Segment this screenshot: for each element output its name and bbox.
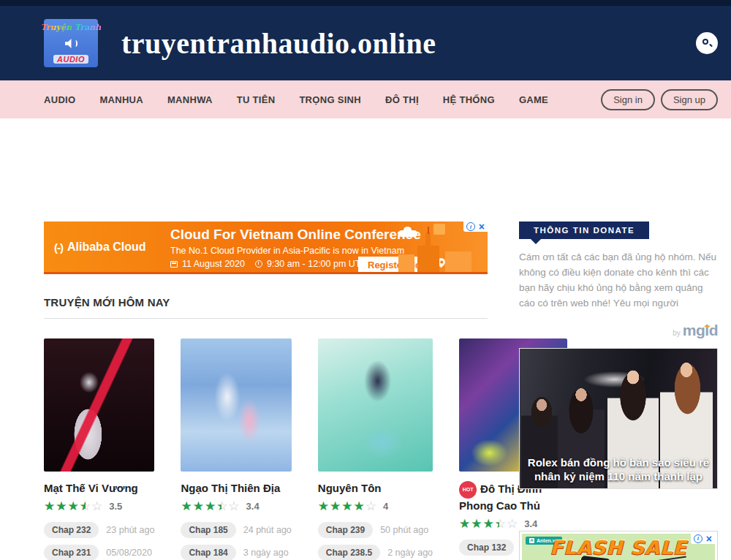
- nav-item-o-thi[interactable]: ĐÔ THỊ: [385, 94, 419, 105]
- ad-choices: i ×: [463, 222, 488, 232]
- sidebar-ad-image[interactable]: Rolex bán đồng hồ bản sao siêu rẻ nhân k…: [519, 348, 718, 489]
- chapter-button[interactable]: Chap 238.5: [318, 545, 380, 560]
- nav-item-audio[interactable]: AUDIO: [44, 94, 75, 105]
- info-icon[interactable]: i: [694, 534, 702, 543]
- site-title[interactable]: truyentranhaudio.online: [121, 26, 436, 61]
- nav-item-manhua[interactable]: MANHUA: [99, 94, 143, 105]
- logo-title: Truyện Tranh: [41, 23, 102, 32]
- clock-icon: [255, 260, 262, 268]
- donate-ribbon: THÔNG TIN DONATE: [519, 222, 649, 239]
- comic-cover[interactable]: [181, 338, 291, 472]
- cloud-icon: [398, 230, 417, 237]
- calendar-icon: [170, 261, 178, 268]
- cards-grid: Mạt Thế Vi Vương ☆☆☆☆☆★★★★★ 3.5 Chap 232…: [44, 338, 488, 560]
- mgid-by-label: by: [673, 329, 681, 337]
- star-rating: ☆☆☆☆☆★★★★★: [181, 500, 240, 512]
- close-icon[interactable]: ×: [479, 222, 485, 231]
- auth-buttons: Sign in Sign up: [601, 89, 718, 110]
- chapter-list: Chap 185 24 phút ago Chap 184 3 ngày ago: [181, 515, 291, 560]
- logo-audio-label: AUDIO: [53, 55, 88, 64]
- mgid-logo: mgid: [683, 322, 718, 338]
- chapter-row: Chap 231 05/08/2020: [44, 545, 154, 560]
- hot-badge: HOT: [459, 481, 477, 499]
- site-header: Truyện Tranh AUDIO truyentranhaudio.onli…: [0, 6, 731, 80]
- chapter-button[interactable]: Chap 232: [44, 522, 99, 538]
- chapter-time: 05/08/2020: [106, 548, 152, 558]
- chapter-time: 50 phút ago: [380, 525, 428, 535]
- star-rating: ☆☆☆☆☆★★★★★: [44, 500, 103, 512]
- mgid-attribution[interactable]: bymgid: [519, 322, 718, 339]
- sign-up-button[interactable]: Sign up: [661, 89, 718, 110]
- chapter-row: Chap 238.5 2 ngày ago: [318, 545, 433, 560]
- nav-item-he-thong[interactable]: HỆ THỐNG: [443, 94, 495, 105]
- section-divider: [44, 318, 488, 319]
- chapter-row: Chap 184 3 ngày ago: [181, 545, 291, 560]
- star-rating: ☆☆☆☆☆★★★★★: [318, 500, 377, 512]
- chapter-button[interactable]: Chap 231: [44, 545, 99, 560]
- comic-card: Ngạo Thị Thiên Địa ☆☆☆☆☆★★★★★ 3.4 Chap 1…: [181, 338, 291, 560]
- chapter-button[interactable]: Chap 132: [459, 540, 514, 556]
- search-icon: [702, 38, 712, 48]
- chapter-button[interactable]: Chap 239: [318, 522, 373, 538]
- nav-item-manhwa[interactable]: MANHWA: [167, 94, 213, 105]
- donate-text: Cám ơn tất cả các bạn đã ủng hộ nhóm. Nế…: [519, 250, 718, 311]
- flash-sale-ad[interactable]: A Anten.vn FLASH SALE XEM NGAY i ×: [519, 531, 718, 560]
- alibaba-cloud-logo: (-) Alibaba Cloud: [54, 241, 146, 254]
- chapter-row: Chap 185 24 phút ago: [181, 522, 291, 538]
- chapter-time: 23 phút ago: [106, 525, 154, 535]
- close-icon[interactable]: ×: [706, 534, 712, 543]
- main-nav: AUDIOMANHUAMANHWATU TIÊNTRỌNG SINHĐÔ THỊ…: [0, 80, 731, 118]
- search-button[interactable]: [696, 32, 718, 54]
- sidebar: THÔNG TIN DONATE Cám ơn tất cả các bạn đ…: [519, 222, 718, 560]
- chapter-time: 24 phút ago: [243, 525, 292, 535]
- sidebar-ad-caption: Rolex bán đồng hồ bản sao siêu rẻ nhân k…: [520, 456, 717, 484]
- ad-choices: i ×: [691, 534, 715, 544]
- comic-cover[interactable]: [318, 338, 433, 472]
- ad-date: 11 August 2020: [182, 259, 245, 269]
- section-title: TRUYỆN MỚI HÔM NAY: [44, 296, 488, 309]
- nav-item-tu-tien[interactable]: TU TIÊN: [237, 94, 276, 105]
- chapter-row: Chap 232 23 phút ago: [44, 522, 154, 538]
- alibaba-ad-banner[interactable]: (-) Alibaba Cloud Cloud For Vietnam Onli…: [44, 222, 488, 274]
- rating-row: ☆☆☆☆☆★★★★★ 3.5: [44, 500, 154, 512]
- chapter-list: Chap 232 23 phút ago Chap 231 05/08/2020: [44, 515, 154, 560]
- comic-title[interactable]: Mạt Thế Vi Vương: [44, 482, 138, 494]
- chapter-row: Chap 239 50 phút ago: [318, 522, 433, 538]
- gift-icon: [433, 224, 445, 235]
- star-rating: ☆☆☆☆☆★★★★★: [459, 518, 518, 530]
- rating-value: 3.5: [109, 501, 122, 512]
- nav-menu: AUDIOMANHUAMANHWATU TIÊNTRỌNG SINHĐÔ THỊ…: [44, 94, 548, 105]
- comic-card: Mạt Thế Vi Vương ☆☆☆☆☆★★★★★ 3.5 Chap 232…: [44, 338, 154, 560]
- comic-card: Nguyên Tôn ☆☆☆☆☆★★★★★ 4 Chap 239 50 phút…: [318, 338, 433, 560]
- rating-row: ☆☆☆☆☆★★★★★ 3.4: [181, 500, 291, 512]
- main-column: (-) Alibaba Cloud Cloud For Vietnam Onli…: [44, 222, 488, 560]
- site-logo[interactable]: Truyện Tranh AUDIO: [44, 19, 98, 67]
- rating-row: ☆☆☆☆☆★★★★★ 4: [318, 500, 433, 512]
- rating-value: 4: [383, 501, 388, 512]
- chapter-button[interactable]: Chap 184: [181, 545, 235, 560]
- ad-subtitle: The No.1 Cloud Provider in Asia-Pacific …: [170, 246, 404, 256]
- comic-title[interactable]: Ngạo Thị Thiên Địa: [181, 482, 280, 494]
- sign-in-button[interactable]: Sign in: [601, 89, 655, 110]
- comic-title[interactable]: Nguyên Tôn: [318, 482, 382, 494]
- chapter-list: Chap 239 50 phút ago Chap 238.5 2 ngày a…: [318, 515, 433, 560]
- chapter-time: 2 ngày ago: [387, 548, 433, 558]
- chapter-time: 3 ngày ago: [243, 548, 289, 558]
- flash-sale-title: FLASH SALE: [522, 537, 715, 559]
- top-strip: [0, 0, 731, 6]
- rating-value: 3.4: [246, 501, 260, 512]
- chapter-button[interactable]: Chap 185: [181, 522, 235, 538]
- nav-item-trong-sinh[interactable]: TRỌNG SINH: [299, 94, 361, 105]
- speaker-icon: [65, 39, 77, 48]
- comic-cover[interactable]: [44, 338, 154, 472]
- info-icon[interactable]: i: [466, 222, 475, 231]
- content-row: (-) Alibaba Cloud Cloud For Vietnam Onli…: [44, 222, 718, 560]
- nav-item-game[interactable]: GAME: [519, 94, 548, 105]
